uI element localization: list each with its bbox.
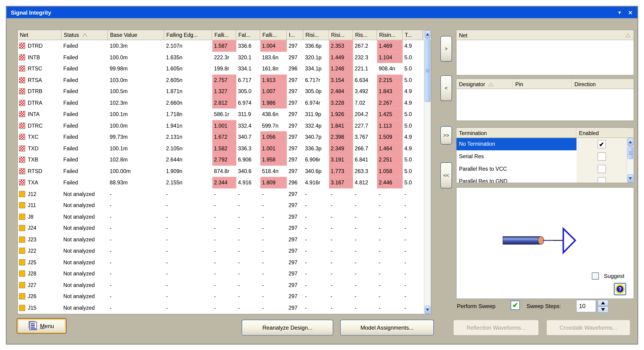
not-analyzed-net-icon [19, 259, 25, 265]
termination-row-serial-res[interactable]: Serial Res [456, 150, 627, 163]
sweep-steps-increment-button[interactable] [598, 300, 608, 306]
scroll-down-button[interactable] [627, 174, 633, 183]
table-row[interactable]: TXBFailed102.8m2.644n2.7926.9061.9582976… [18, 154, 424, 165]
value-cell: - [260, 291, 287, 302]
column-header-t[interactable]: T... [403, 30, 423, 40]
value-cell: 100.0m [108, 120, 164, 131]
table-vertical-scrollbar[interactable] [424, 30, 431, 314]
move-left-button[interactable]: < [440, 75, 452, 101]
table-row[interactable]: J12Not analyzed-----297----- [18, 188, 424, 200]
value-cell: - [108, 234, 164, 245]
menu-button[interactable]: Menu [17, 318, 67, 334]
column-header-enabled[interactable]: Enabled [577, 128, 627, 138]
enabled-checkbox[interactable] [598, 177, 606, 183]
column-header-termination[interactable]: Termination [456, 128, 576, 138]
termination-row-no-termination[interactable]: No Termination✔ [456, 138, 627, 150]
scrollbar-thumb[interactable] [627, 147, 633, 159]
titlebar-dropdown-icon[interactable]: ▼ [615, 7, 624, 18]
perform-sweep-checkbox[interactable]: ✔ [511, 301, 520, 310]
table-row[interactable]: J11Not analyzed-----297----- [18, 200, 424, 211]
table-row[interactable]: RTSCFailed99.98m1.605n199.8r334.1161.8n2… [18, 63, 424, 74]
scroll-down-button[interactable] [424, 305, 430, 314]
column-header-fal[interactable]: Fal... [236, 30, 260, 40]
table-row[interactable]: RTSDFailed100.00m1.909n874.8r340.6518.4n… [18, 165, 424, 177]
table-row[interactable]: DTRAFailed102.3m2.660n2.8126.9741.986297… [18, 97, 424, 108]
column-header-net[interactable]: Net [18, 30, 62, 40]
table-row[interactable]: RTSAFailed103.0m2.605n2.7576.7171.913297… [18, 74, 424, 86]
table-row[interactable]: DTRBFailed100.5m1.871n1.327305.01.007297… [18, 86, 424, 97]
sweep-steps-input[interactable] [576, 300, 596, 312]
value-cell: - [304, 268, 329, 279]
table-row[interactable]: DTRCFailed100.0m1.941n1.001332.4599.7n29… [18, 120, 424, 131]
suggest-checkbox[interactable] [592, 272, 599, 279]
table-row[interactable]: J24Not analyzed-----297----- [18, 222, 424, 234]
not-analyzed-net-icon [19, 282, 25, 288]
move-right-button[interactable]: > [440, 36, 452, 62]
scroll-up-button[interactable] [424, 30, 430, 39]
column-header-falli[interactable]: Falli... [260, 30, 287, 40]
value-cell: - [164, 234, 212, 245]
table-row[interactable]: J25Not analyzed-----297----- [18, 257, 424, 268]
value-cell: 2.353 [329, 40, 353, 52]
column-header-designator[interactable]: Designator [456, 79, 513, 89]
column-header-i[interactable]: I... [287, 30, 304, 40]
table-row[interactable]: J15Not analyzed-----297----- [18, 302, 424, 313]
reanalyze-design-button[interactable]: Reanalyze Design... [242, 320, 333, 335]
column-header-base-value[interactable]: Base Value [108, 30, 164, 40]
value-cell: - [403, 188, 423, 200]
enabled-checkbox[interactable]: ✔ [598, 140, 606, 148]
table-row[interactable]: DTRDFailed100.3m2.107n1.587336.61.004297… [18, 40, 424, 52]
table-row[interactable]: TXCFailed99.73m2.131n1.672340.71.0562973… [18, 131, 424, 143]
value-cell: 3.492 [353, 86, 377, 97]
table-row[interactable]: INTAFailed100.1m1.718n586.1r311.9438.6n2… [18, 108, 424, 120]
termination-scrollbar[interactable] [627, 138, 634, 183]
value-cell: - [353, 200, 377, 211]
table-row[interactable]: J8Not analyzed-----297----- [18, 211, 424, 222]
table-row[interactable]: J28Not analyzed-----297----- [18, 268, 424, 279]
column-header-risi[interactable]: Risi... [329, 30, 353, 40]
value-cell: - [377, 211, 403, 222]
reflection-waveforms-button[interactable]: Reflection Waveforms... [453, 320, 539, 335]
column-header-ris[interactable]: Ris... [353, 30, 377, 40]
column-header-direction[interactable]: Direction [572, 79, 634, 89]
titlebar[interactable]: Signal Integrity ▼ ✕ [7, 7, 638, 18]
net-list-body[interactable] [456, 40, 634, 75]
value-cell: 3.154 [329, 74, 353, 86]
column-header-net-panel[interactable]: Net [456, 30, 634, 40]
help-button[interactable]: ? [614, 283, 626, 295]
pin-list-body[interactable] [456, 89, 634, 121]
enabled-checkbox[interactable] [598, 152, 606, 161]
table-row[interactable]: J27Not analyzed-----297----- [18, 279, 424, 291]
column-header-falling-edg[interactable]: Falling Edg... [164, 30, 212, 40]
scrollbar-thumb[interactable] [424, 39, 430, 102]
table-row[interactable]: J22Not analyzed-----297----- [18, 245, 424, 256]
column-header-falli[interactable]: Falli... [212, 30, 236, 40]
table-row[interactable]: TXDFailed100.1m2.105n1.582336.31.0012973… [18, 143, 424, 154]
column-header-risin[interactable]: Risin... [377, 30, 403, 40]
column-header-status[interactable]: Status [62, 30, 108, 40]
sweep-steps-decrement-button[interactable] [598, 306, 608, 313]
table-row[interactable]: INTBFailed100.0m1.635n222.3r320.1183.6n2… [18, 52, 424, 63]
move-all-left-button[interactable]: << [440, 162, 452, 189]
value-cell: - [329, 291, 353, 302]
table-row[interactable]: J26Not analyzed-----297----- [18, 291, 424, 302]
value-cell: 99.98m [108, 63, 164, 74]
move-all-right-button[interactable]: >> [440, 126, 452, 145]
value-cell: 2.812 [212, 97, 236, 108]
status-cell: Not analyzed [62, 257, 108, 268]
model-assignments-button[interactable]: Model Assignments... [340, 320, 434, 335]
crosstalk-waveforms-button[interactable]: Crosstalk Waveforms... [546, 320, 630, 335]
column-header-risi[interactable]: Risi... [304, 30, 329, 40]
table-row[interactable]: J23Not analyzed-----297----- [18, 234, 424, 245]
scroll-up-button[interactable] [627, 138, 633, 146]
suggest-label: Suggest [604, 273, 624, 279]
table-row[interactable]: TXAFailed88.93m2.155n2.3444.9161.8092964… [18, 177, 424, 188]
column-header-pin[interactable]: Pin [513, 79, 572, 89]
close-icon[interactable]: ✕ [626, 7, 635, 18]
enabled-checkbox[interactable] [598, 165, 606, 173]
termination-row-parallel-res-to-gnd[interactable]: Parallel Res to GND [456, 175, 627, 183]
value-cell: 263.3 [353, 165, 377, 177]
value-cell: 3.167 [329, 177, 353, 188]
value-cell: 297 [287, 245, 304, 256]
termination-row-parallel-res-to-vcc[interactable]: Parallel Res to VCC [456, 163, 627, 175]
